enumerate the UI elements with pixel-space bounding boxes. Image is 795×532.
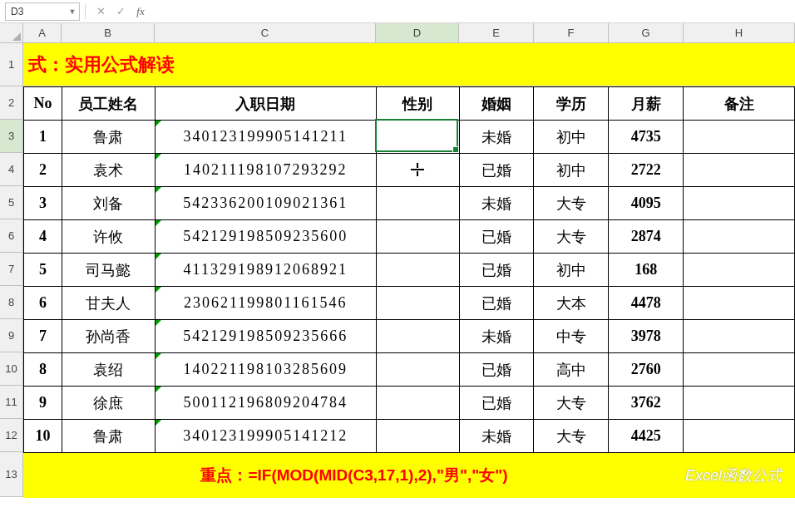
row-header-8[interactable]: 8 bbox=[0, 286, 23, 319]
cell-gender[interactable] bbox=[376, 420, 459, 453]
table-header-cell[interactable]: 员工姓名 bbox=[62, 87, 155, 121]
cell-idnum[interactable]: 140221198103285609 bbox=[155, 353, 376, 387]
cell-idnum[interactable]: 542129198509235666 bbox=[155, 320, 376, 353]
cell-salary[interactable]: 3762 bbox=[609, 387, 684, 420]
cell-salary[interactable]: 2722 bbox=[609, 154, 684, 187]
cell-edu[interactable]: 大本 bbox=[534, 287, 609, 320]
cancel-icon[interactable]: ✕ bbox=[91, 5, 111, 17]
row-header-11[interactable]: 11 bbox=[0, 386, 23, 419]
column-header-C[interactable]: C bbox=[155, 23, 376, 43]
cell-salary[interactable]: 2874 bbox=[609, 220, 684, 254]
cell-remark[interactable] bbox=[684, 254, 795, 287]
cell-remark[interactable] bbox=[684, 387, 795, 420]
table-header-cell[interactable]: 性别 bbox=[376, 87, 459, 121]
fx-icon[interactable]: fx bbox=[131, 5, 151, 18]
row-header-7[interactable]: 7 bbox=[0, 253, 23, 286]
cell-salary[interactable]: 4425 bbox=[609, 420, 684, 453]
column-header-B[interactable]: B bbox=[62, 23, 155, 43]
row-header-12[interactable]: 12 bbox=[0, 419, 23, 452]
table-header-cell[interactable]: 婚姻 bbox=[459, 87, 534, 121]
cell-edu[interactable]: 初中 bbox=[534, 121, 609, 154]
cell-no[interactable]: 5 bbox=[24, 254, 62, 287]
row-header-1[interactable]: 1 bbox=[0, 43, 23, 86]
column-header-A[interactable]: A bbox=[23, 23, 62, 43]
cell-name[interactable]: 刘备 bbox=[62, 187, 155, 220]
cell-idnum[interactable]: 411329198912068921 bbox=[155, 254, 376, 287]
cell-idnum[interactable]: 500112196809204784 bbox=[155, 387, 376, 420]
cell-no[interactable]: 6 bbox=[24, 287, 62, 320]
cell-gender[interactable] bbox=[376, 320, 459, 353]
cell-remark[interactable] bbox=[684, 187, 795, 220]
cell-marriage[interactable]: 未婚 bbox=[459, 187, 534, 220]
cell-marriage[interactable]: 已婚 bbox=[459, 254, 534, 287]
table-header-cell[interactable]: 入职日期 bbox=[155, 87, 376, 121]
cell-idnum[interactable]: 340123199905141212 bbox=[155, 420, 376, 453]
cell-no[interactable]: 9 bbox=[24, 387, 62, 420]
table-header-cell[interactable]: No bbox=[24, 87, 62, 121]
cell-name[interactable]: 鲁肃 bbox=[62, 420, 155, 453]
formula-input[interactable] bbox=[151, 2, 795, 21]
cell-name[interactable]: 司马懿 bbox=[62, 254, 155, 287]
table-header-cell[interactable]: 月薪 bbox=[609, 87, 684, 121]
cell-salary[interactable]: 2760 bbox=[609, 353, 684, 387]
table-header-cell[interactable]: 学历 bbox=[534, 87, 609, 121]
cell-idnum[interactable]: 542129198509235600 bbox=[155, 220, 376, 254]
row-header-6[interactable]: 6 bbox=[0, 219, 23, 253]
cell-gender[interactable] bbox=[376, 187, 459, 220]
cell-name[interactable]: 甘夫人 bbox=[62, 287, 155, 320]
chevron-down-icon[interactable]: ▼ bbox=[66, 7, 79, 16]
cell-name[interactable]: 袁术 bbox=[62, 154, 155, 187]
cell-no[interactable]: 10 bbox=[24, 420, 62, 453]
cell-edu[interactable]: 高中 bbox=[534, 353, 609, 387]
column-header-D[interactable]: D bbox=[376, 23, 459, 43]
cell-remark[interactable] bbox=[684, 220, 795, 254]
cell-no[interactable]: 4 bbox=[24, 220, 62, 254]
cell-idnum[interactable]: 542336200109021361 bbox=[155, 187, 376, 220]
cell-no[interactable]: 2 bbox=[24, 154, 62, 187]
row-header-10[interactable]: 10 bbox=[0, 352, 23, 386]
cell-remark[interactable] bbox=[684, 287, 795, 320]
cell-marriage[interactable]: 未婚 bbox=[459, 121, 534, 154]
cell-marriage[interactable]: 已婚 bbox=[459, 220, 534, 254]
cell-salary[interactable]: 4095 bbox=[609, 187, 684, 220]
cell-gender[interactable] bbox=[376, 254, 459, 287]
cell-gender[interactable] bbox=[376, 387, 459, 420]
cell-idnum[interactable]: 140211198107293292 bbox=[155, 154, 376, 187]
cell-edu[interactable]: 初中 bbox=[534, 254, 609, 287]
cell-name[interactable]: 徐庶 bbox=[62, 387, 155, 420]
select-all-corner[interactable] bbox=[0, 23, 23, 43]
row-header-9[interactable]: 9 bbox=[0, 319, 23, 352]
cell-marriage[interactable]: 未婚 bbox=[459, 420, 534, 453]
column-header-F[interactable]: F bbox=[534, 23, 609, 43]
cell-edu[interactable]: 中专 bbox=[534, 320, 609, 353]
cell-edu[interactable]: 大专 bbox=[534, 220, 609, 254]
cell-salary[interactable]: 4735 bbox=[609, 121, 684, 154]
cell-gender[interactable] bbox=[376, 154, 459, 187]
cell-gender[interactable] bbox=[376, 121, 459, 154]
cell-marriage[interactable]: 已婚 bbox=[459, 387, 534, 420]
footer-row[interactable]: 重点：=IF(MOD(MID(C3,17,1),2),"男","女") Exce… bbox=[23, 453, 795, 498]
row-header-2[interactable]: 2 bbox=[0, 86, 23, 120]
cell-name[interactable]: 袁绍 bbox=[62, 353, 155, 387]
column-header-E[interactable]: E bbox=[459, 23, 534, 43]
cell-edu[interactable]: 大专 bbox=[534, 420, 609, 453]
row-header-13[interactable]: 13 bbox=[0, 452, 23, 497]
cell-remark[interactable] bbox=[684, 353, 795, 387]
cell-name[interactable]: 孙尚香 bbox=[62, 320, 155, 353]
cell-remark[interactable] bbox=[684, 420, 795, 453]
cell-remark[interactable] bbox=[684, 320, 795, 353]
cell-marriage[interactable]: 已婚 bbox=[459, 353, 534, 387]
cell-salary[interactable]: 4478 bbox=[609, 287, 684, 320]
name-box[interactable]: D3 ▼ bbox=[5, 2, 80, 21]
row-header-5[interactable]: 5 bbox=[0, 186, 23, 219]
title-row[interactable]: 式：实用公式解读 bbox=[23, 43, 795, 86]
cell-no[interactable]: 3 bbox=[24, 187, 62, 220]
cell-remark[interactable] bbox=[684, 121, 795, 154]
confirm-icon[interactable]: ✓ bbox=[111, 5, 131, 17]
column-header-H[interactable]: H bbox=[684, 23, 795, 43]
row-header-3[interactable]: 3 bbox=[0, 120, 23, 153]
cell-edu[interactable]: 大专 bbox=[534, 387, 609, 420]
cell-idnum[interactable]: 230621199801161546 bbox=[155, 287, 376, 320]
cell-gender[interactable] bbox=[376, 353, 459, 387]
cell-gender[interactable] bbox=[376, 220, 459, 254]
